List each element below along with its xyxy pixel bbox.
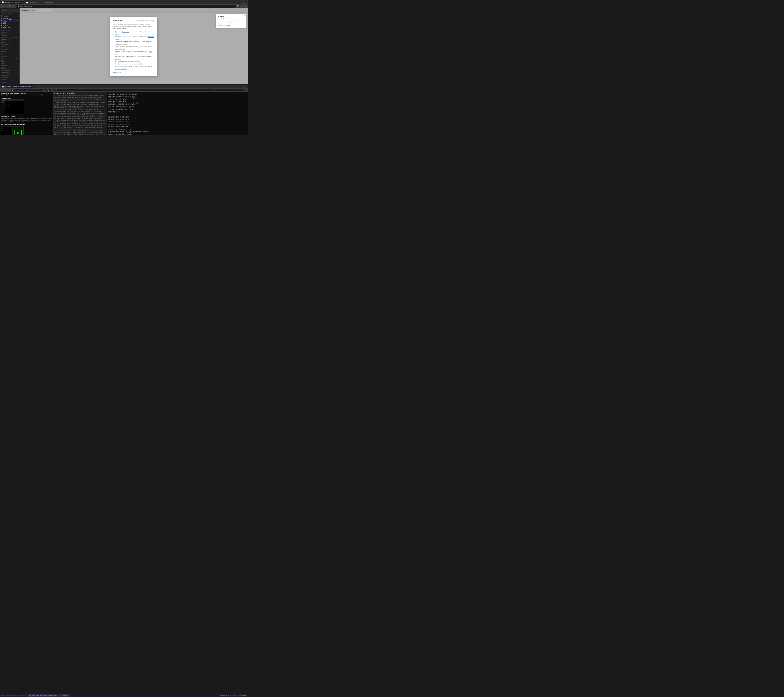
- sidebar-item-bash[interactable]: Bash: [0, 46, 20, 48]
- code-line-3: $selection = parse(selection_list[0]): [108, 96, 247, 97]
- sidebar-item-babel[interactable]: Babel: [0, 41, 20, 43]
- sidebar-item-bootstrap[interactable]: Bootstrap: [0, 48, 20, 50]
- freecodecamp-link[interactable]: freeCodeCamp's open source curriculum: [115, 66, 152, 70]
- menu-btn-2[interactable]: ≡: [244, 89, 247, 91]
- code-line-12: Bselection = 13: [108, 110, 247, 112]
- sidebar-section-disabled: DISABLED (488): [0, 29, 20, 31]
- sidebar-item-label-angular: Angular: [3, 15, 8, 17]
- sidebar-item-angular[interactable]: Angular: [0, 15, 20, 17]
- open-source-link[interactable]: open source: [128, 63, 137, 65]
- tab-favicon-term: 📄: [2, 86, 4, 87]
- sidebar-item-cssdis[interactable]: CSS: [0, 83, 20, 84]
- tab-label-3: + New Tab: [45, 2, 53, 3]
- sidebar-item-composer[interactable]: Composer: [0, 76, 20, 79]
- back-button[interactable]: ‹: [1, 5, 4, 8]
- search-input-2[interactable]: [215, 89, 244, 91]
- sidebar-item-badge-apache: 24.52: [15, 20, 18, 21]
- minimize-btn[interactable]: ─: [241, 2, 242, 4]
- facebook-link[interactable]: Facebook: [233, 22, 239, 24]
- code-line-ellipsis: ...: [108, 114, 247, 115]
- sidebar-items-list: Angular Angular.js Apache HTTP Server 24…: [0, 15, 20, 84]
- sidebar-search-input[interactable]: [1, 9, 19, 12]
- fwd-btn-2[interactable]: ›: [4, 89, 7, 91]
- sidebar-badge-chrome: 51%: [16, 65, 18, 66]
- tab-devdocs[interactable]: 📄 DevDocs API Docum... ×: [1, 0, 24, 4]
- sidebar-badge-codeception: 91.22: [15, 70, 18, 71]
- code-line-13: $test = 14: [108, 112, 247, 114]
- tab-close-2[interactable]: ×: [41, 2, 41, 3]
- sidebar-item-chai[interactable]: Chai 4.94: [0, 58, 20, 60]
- sidebar-item-label-chai: Chai: [1, 58, 5, 59]
- sidebar-item-c[interactable]: C: [0, 53, 20, 55]
- back-btn-2[interactable]: ‹: [1, 89, 3, 91]
- sidebar-item-codeigniter[interactable]: CodeIgniter: [0, 74, 20, 76]
- sidebar-item-chat[interactable]: Chat: [0, 60, 20, 62]
- sidebar-item-chrome[interactable]: Chrome 51%: [0, 64, 20, 67]
- tab-rewriting[interactable]: 📄 Rewriting 2 ×: [25, 1, 43, 4]
- sidebar-item-crystal[interactable]: Crystal: [0, 81, 20, 83]
- tab-bar-controls: ─ □ ×: [241, 2, 247, 4]
- menu-button[interactable]: ≡: [244, 5, 247, 8]
- devdocs-twitter[interactable]: @DevDocs: [132, 61, 140, 62]
- tab-new[interactable]: + New Tab: [43, 1, 54, 4]
- maximize-btn[interactable]: □: [243, 2, 244, 4]
- search-button[interactable]: 🔍: [236, 5, 240, 8]
- keyboard-link[interactable]: keyboard shortcuts: [115, 36, 154, 40]
- welcome-dismiss-link[interactable]: Stop showing this message: [137, 20, 155, 21]
- offline-link[interactable]: offline: [126, 56, 130, 58]
- sidebar-item-label-cia: CIA: [1, 63, 4, 64]
- minimize-btn-2[interactable]: ─: [242, 86, 243, 88]
- tip-5: You can search using your browser's addr…: [115, 51, 155, 55]
- sidebar-badge-chai: 4.94: [16, 58, 18, 59]
- tab-close-1[interactable]: ×: [22, 2, 23, 3]
- sidebar-item-cmake[interactable]: CMake: [0, 67, 20, 69]
- sidebar-item-cordova[interactable]: Cordova: [0, 79, 20, 81]
- maximize-btn-2[interactable]: □: [244, 86, 244, 88]
- sidebar-item-apachepig[interactable]: Apache Pig: [0, 38, 20, 41]
- sidebar-item-webapis[interactable]: Web APIs: [0, 26, 20, 29]
- reload-button[interactable]: ↻: [8, 5, 12, 8]
- star-button[interactable]: ★ Star: [138, 63, 143, 65]
- sidebar-item-codeception[interactable]: Codeception 91.22: [0, 69, 20, 71]
- twitter-link[interactable]: Twitter: [227, 22, 232, 24]
- reload-btn-2[interactable]: ↻: [8, 89, 10, 91]
- sidebar-item-label-webapis: Web APIs: [3, 27, 10, 29]
- sidebar-item-backbone[interactable]: Backbone.js: [0, 43, 20, 46]
- sidebar-item-angulardis[interactable]: Angular: [0, 31, 20, 34]
- sidebar-item-cia[interactable]: CIA: [0, 62, 20, 64]
- address-bar-container: 🔒: [16, 5, 236, 8]
- sidebar-item-angularjsdis[interactable]: Angular.js: [0, 34, 20, 36]
- devdocs-content-area: DevDocs Welcome! Stop showing this messa…: [20, 8, 248, 84]
- code-line-load: $load_selected_option_fields ...: [108, 120, 247, 122]
- sidebar-item-apache[interactable]: Apache HTTP Server 24.52: [0, 20, 20, 22]
- home-button[interactable]: ⌂: [12, 5, 15, 8]
- code-line-8: Bselection = parse(selection_list[0]): [108, 104, 247, 105]
- address-input-2[interactable]: [14, 89, 213, 91]
- sidebar-item-label-js: JavaScript: [3, 25, 10, 26]
- notification-close-btn[interactable]: ×: [244, 15, 245, 17]
- close-btn-2[interactable]: ×: [245, 86, 247, 88]
- sidebar-item-apachedis[interactable]: Apache HTTP Server 24.52: [0, 36, 20, 38]
- tab-close-term[interactable]: ×: [32, 86, 33, 88]
- tab-terminal[interactable]: 📄 gjlobanov — zsh/firefox-system-setup.m…: [1, 85, 34, 88]
- learn-how-link[interactable]: learn how: [115, 51, 152, 55]
- secure-icon: 🔒: [17, 5, 19, 7]
- tab-label-2: Rewriting 2: [28, 2, 37, 3]
- code-line-1: $old_file_addrsrc/destination ; (awk) 1: [108, 92, 247, 94]
- page-subtitle: This setup has been in use for a decade …: [1, 94, 52, 96]
- preferences-link[interactable]: Preferences: [122, 31, 129, 33]
- sidebar-item-coffeescript[interactable]: CoffeeScript 1.82: [0, 71, 20, 74]
- sidebar-item-calypso[interactable]: CalyPsP: [0, 55, 20, 58]
- middle-doc-content: distribution: arch linux - it keeps appl…: [54, 92, 107, 135]
- address-input[interactable]: [20, 5, 234, 7]
- browser-window-1: 📄 DevDocs API Docum... × 📄 Rewriting 2 ×…: [0, 0, 248, 84]
- code-line-2: $test_items,set_target_files;target[0]: [108, 94, 247, 96]
- reddit-link[interactable]: Reddit: [217, 24, 222, 26]
- sidebar-item-javascript[interactable]: JavaScript: [0, 24, 20, 26]
- bookmark-button[interactable]: ☆: [240, 5, 243, 8]
- sidebar-item-label-chrome: Chrome: [1, 65, 7, 67]
- sidebar-item-bower[interactable]: Bower: [0, 50, 20, 53]
- close-btn-window[interactable]: ×: [245, 2, 247, 4]
- forward-button[interactable]: ›: [5, 5, 8, 8]
- middle-doc-panel: distribution: arch linux - it keeps appl…: [54, 92, 107, 135]
